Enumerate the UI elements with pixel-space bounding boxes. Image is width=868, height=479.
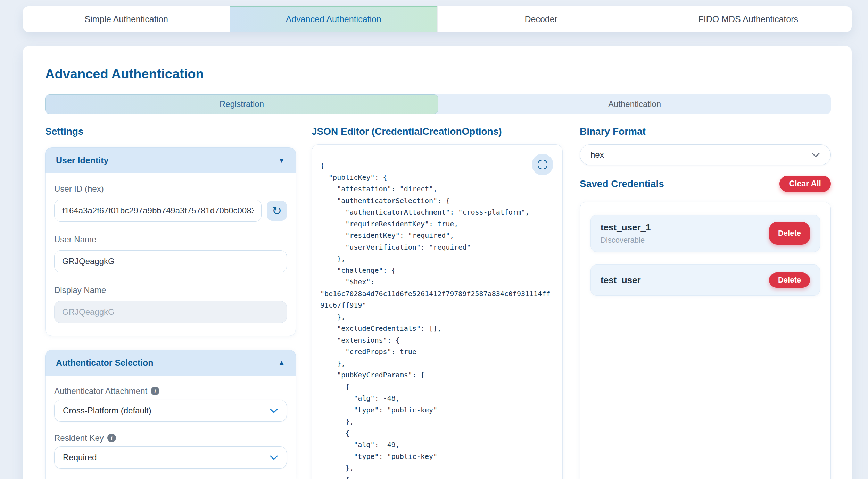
tab-advanced-authentication[interactable]: Advanced Authentication xyxy=(230,6,438,32)
sub-tab-bar: Registration Authentication xyxy=(45,94,831,114)
json-editor-heading: JSON Editor (CredentialCreationOptions) xyxy=(312,126,563,137)
json-editor-column: JSON Editor (CredentialCreationOptions) … xyxy=(312,126,563,479)
info-icon[interactable]: i xyxy=(107,434,116,442)
user-identity-header[interactable]: User Identity ▼ xyxy=(45,147,296,173)
tab-label: Advanced Authentication xyxy=(286,14,381,24)
tab-label: Simple Authentication xyxy=(85,14,168,24)
selected-value: Required xyxy=(63,453,97,462)
tab-simple-authentication[interactable]: Simple Authentication xyxy=(23,6,230,32)
info-icon[interactable]: i xyxy=(151,387,159,395)
authenticator-attachment-select[interactable]: Cross-Platform (default) xyxy=(54,400,287,422)
saved-credentials-header: Saved Credentials Clear All xyxy=(580,176,831,192)
user-name-label: User Name xyxy=(54,234,287,245)
user-identity-group: User Identity ▼ User ID (hex) ↻ User Nam… xyxy=(45,147,296,336)
user-id-row: ↻ xyxy=(54,200,287,222)
chevron-down-icon xyxy=(270,408,278,413)
user-id-input[interactable] xyxy=(54,200,262,222)
binary-format-heading: Binary Format xyxy=(580,126,831,137)
display-name-input xyxy=(54,301,287,323)
binary-format-select[interactable]: hex xyxy=(580,144,831,165)
credential-name: test_user xyxy=(601,275,641,286)
user-identity-title: User Identity xyxy=(56,156,108,166)
tab-label: Decoder xyxy=(525,14,558,24)
resident-key-label: Resident Key i xyxy=(54,432,287,444)
fullscreen-button[interactable] xyxy=(532,154,553,175)
settings-column: Settings User Identity ▼ User ID (hex) ↻… xyxy=(45,126,296,479)
chevron-down-icon xyxy=(811,152,820,158)
user-identity-body: User ID (hex) ↻ User Name Display Name xyxy=(45,173,296,336)
authenticator-attachment-label: Authenticator Attachment i xyxy=(54,385,287,397)
resident-key-select[interactable]: Required xyxy=(54,446,287,469)
authenticator-selection-group: Authenticator Selection ▲ Authenticator … xyxy=(45,350,296,479)
tab-fido-mds-authenticators[interactable]: FIDO MDS Authenticators xyxy=(645,6,852,32)
display-name-label: Display Name xyxy=(54,284,287,296)
delete-credential-button[interactable]: Delete xyxy=(769,222,810,245)
top-tab-bar: Simple Authentication Advanced Authentic… xyxy=(23,6,852,32)
main-card: Advanced Authentication Registration Aut… xyxy=(23,46,852,479)
expand-icon xyxy=(538,160,547,169)
authenticator-selection-title: Authenticator Selection xyxy=(56,358,154,368)
credential-item: test_user_1 Discoverable Delete xyxy=(590,215,820,252)
clear-all-button[interactable]: Clear All xyxy=(779,176,831,192)
json-editor-panel[interactable]: { "publicKey": { "attestation": "direct"… xyxy=(312,144,563,479)
page-title: Advanced Authentication xyxy=(45,66,831,82)
chevron-down-icon: ▼ xyxy=(278,156,285,165)
chevron-down-icon xyxy=(270,455,278,460)
tab-decoder[interactable]: Decoder xyxy=(437,6,645,32)
label-text: Authenticator Attachment xyxy=(54,385,147,397)
saved-credentials-heading: Saved Credentials xyxy=(580,178,664,190)
authenticator-selection-header[interactable]: Authenticator Selection ▲ xyxy=(45,350,296,376)
delete-credential-button[interactable]: Delete xyxy=(769,272,810,288)
credentials-column: Binary Format hex Saved Credentials Clea… xyxy=(580,126,831,479)
selected-value: Cross-Platform (default) xyxy=(63,406,151,415)
json-code[interactable]: { "publicKey": { "attestation": "direct"… xyxy=(312,145,562,479)
refresh-icon: ↻ xyxy=(272,205,282,217)
credential-item: test_user Delete xyxy=(590,264,820,296)
label-text: Resident Key xyxy=(54,432,104,444)
tab-registration[interactable]: Registration xyxy=(45,94,438,114)
credential-info: test_user_1 Discoverable xyxy=(601,222,651,245)
selected-value: hex xyxy=(590,150,604,160)
regenerate-user-id-button[interactable]: ↻ xyxy=(267,201,287,221)
tab-authentication[interactable]: Authentication xyxy=(438,94,831,114)
authenticator-selection-body: Authenticator Attachment i Cross-Platfor… xyxy=(45,376,296,479)
sub-tab-label: Registration xyxy=(220,99,264,109)
user-name-input[interactable] xyxy=(54,250,287,272)
tab-label: FIDO MDS Authenticators xyxy=(698,14,798,24)
credential-name: test_user_1 xyxy=(601,222,651,233)
sub-tab-label: Authentication xyxy=(608,99,661,109)
settings-heading: Settings xyxy=(45,126,296,137)
saved-credentials-card: test_user_1 Discoverable Delete test_use… xyxy=(580,202,831,479)
credential-subtitle: Discoverable xyxy=(601,236,651,245)
user-id-label: User ID (hex) xyxy=(54,183,287,194)
chevron-up-icon: ▲ xyxy=(278,359,285,367)
